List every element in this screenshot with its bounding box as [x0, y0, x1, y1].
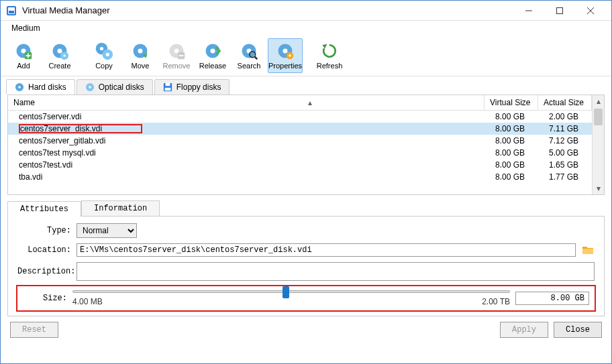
properties-icon	[276, 42, 295, 60]
toolbar-properties[interactable]: Properties	[268, 38, 303, 73]
size-label: Size:	[23, 294, 67, 303]
toolbar-copy[interactable]: Copy	[87, 38, 121, 73]
cell-name: centos7server_disk.vdi	[8, 123, 484, 134]
type-label: Type:	[17, 226, 71, 235]
cell-asize: 7.11 GB	[538, 123, 592, 134]
cell-name: centos7server.vdi	[8, 111, 484, 122]
reset-button: Reset	[10, 322, 58, 338]
cell-asize: 2.00 GB	[538, 111, 592, 122]
location-label: Location:	[17, 245, 71, 255]
table-row[interactable]: centos7server.vdi8.00 GB2.00 GB	[8, 111, 592, 123]
svg-point-30	[283, 49, 288, 54]
size-max-label: 2.00 TB	[482, 297, 510, 306]
cell-vsize: 8.00 GB	[484, 111, 538, 122]
svg-rect-39	[164, 88, 170, 90]
tab-attributes[interactable]: Attributes	[7, 201, 81, 217]
table-row[interactable]: centos7test.vdi8.00 GB1.65 GB	[8, 159, 592, 171]
menu-medium[interactable]: Medium	[6, 22, 46, 34]
tab-label: Optical disks	[99, 82, 144, 92]
description-label: Description:	[17, 267, 71, 276]
scroll-thumb[interactable]	[594, 109, 603, 125]
svg-point-24	[211, 49, 215, 54]
scroll-up-icon[interactable]: ▴	[593, 95, 604, 107]
refresh-icon	[320, 42, 339, 60]
svg-rect-38	[165, 83, 170, 86]
col-virtual-size[interactable]: Virtual Size	[484, 95, 538, 110]
cell-vsize: 8.00 GB	[484, 147, 538, 158]
svg-point-15	[100, 47, 103, 50]
release-icon	[203, 42, 222, 60]
toolbar-refresh[interactable]: Refresh	[312, 38, 347, 73]
svg-point-36	[89, 86, 91, 88]
svg-line-28	[255, 57, 258, 60]
cell-asize: 5.00 GB	[538, 147, 592, 158]
window-title: Virtual Media Manager	[22, 5, 513, 15]
bottom-bar: Reset Apply Close	[1, 316, 611, 343]
media-type-tabs: Hard disks Optical disks Floppy disks	[1, 76, 611, 95]
titlebar: Virtual Media Manager	[1, 1, 611, 21]
toolbar-remove: Remove	[159, 38, 194, 73]
table-scrollbar[interactable]: ▴ ▾	[592, 95, 604, 194]
svg-point-34	[18, 86, 21, 88]
size-section: Size: 4.00 MB 2.00 TB	[17, 286, 595, 310]
tab-label: Hard disks	[28, 82, 66, 92]
copy-icon	[95, 42, 113, 60]
window-controls	[513, 1, 606, 20]
toolbar-move[interactable]: Move	[123, 38, 158, 73]
table-row[interactable]: centos7test mysql.vdi8.00 GB5.00 GB	[8, 147, 592, 159]
toolbar-search[interactable]: Search	[232, 38, 266, 73]
close-button[interactable]	[575, 1, 606, 20]
size-min-label: 4.00 MB	[72, 297, 103, 306]
scroll-down-icon[interactable]: ▾	[593, 182, 604, 194]
cell-asize: 1.77 GB	[538, 172, 592, 182]
tab-hard-disks[interactable]: Hard disks	[6, 79, 75, 95]
table-row[interactable]: tba.vdi8.00 GB1.77 GB	[8, 171, 592, 183]
tab-label: Floppy disks	[176, 82, 221, 92]
properties-panel: Type: Normal Location: Description: Size…	[7, 216, 605, 316]
cell-asize: 7.12 GB	[538, 135, 592, 146]
toolbar-add[interactable]: Add	[6, 38, 41, 73]
table-row[interactable]: centos7server_gitlab.vdi8.00 GB7.12 GB	[8, 135, 592, 147]
maximize-button[interactable]	[544, 1, 575, 20]
toolbar-release[interactable]: Release	[195, 38, 230, 73]
minimize-button[interactable]	[513, 1, 544, 20]
properties-tabs: Attributes Information	[7, 200, 605, 216]
table-header: Name▴ Virtual Size Actual Size	[8, 95, 592, 111]
col-name[interactable]: Name▴	[8, 95, 484, 110]
tab-information[interactable]: Information	[81, 200, 160, 216]
toolbar-create[interactable]: Create	[42, 38, 77, 73]
cell-vsize: 8.00 GB	[484, 135, 538, 146]
cell-name: centos7server_gitlab.vdi	[8, 135, 484, 146]
type-select[interactable]: Normal	[76, 223, 137, 238]
svg-point-17	[106, 53, 109, 56]
move-icon	[131, 42, 150, 60]
size-slider[interactable]: 4.00 MB 2.00 TB	[72, 290, 510, 306]
apply-button: Apply	[500, 322, 548, 338]
cell-name: centos7test.vdi	[8, 160, 484, 170]
svg-rect-4	[557, 7, 563, 13]
svg-point-11	[58, 49, 62, 54]
svg-rect-2	[9, 11, 14, 13]
close-button-bottom[interactable]: Close	[554, 322, 602, 338]
disk-table: Name▴ Virtual Size Actual Size centos7se…	[7, 95, 605, 195]
description-textarea[interactable]	[76, 262, 595, 281]
svg-point-32	[289, 54, 291, 57]
tab-floppy-disks[interactable]: Floppy disks	[154, 79, 230, 95]
size-input[interactable]	[515, 292, 589, 305]
cell-asize: 1.65 GB	[538, 160, 592, 170]
add-icon	[14, 42, 33, 60]
tab-optical-disks[interactable]: Optical disks	[76, 79, 153, 95]
app-icon	[6, 5, 17, 16]
optical-disk-icon	[85, 82, 95, 92]
folder-icon	[582, 244, 594, 256]
svg-rect-40	[582, 249, 593, 254]
slider-thumb[interactable]	[283, 286, 289, 298]
cell-name: tba.vdi	[8, 172, 484, 182]
svg-point-13	[63, 54, 66, 57]
cell-vsize: 8.00 GB	[484, 160, 538, 170]
location-input[interactable]	[76, 243, 576, 257]
browse-folder-button[interactable]	[581, 243, 595, 257]
table-row[interactable]: centos7server_disk.vdi8.00 GB7.11 GB	[8, 123, 592, 135]
col-actual-size[interactable]: Actual Size	[538, 95, 592, 110]
floppy-disk-icon	[163, 82, 172, 92]
